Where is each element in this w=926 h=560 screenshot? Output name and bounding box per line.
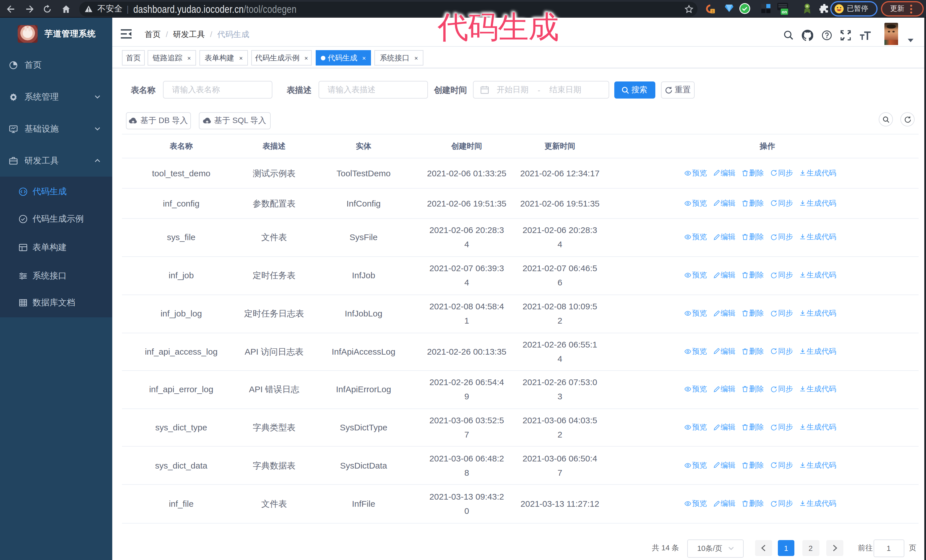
svg-text:1: 1 <box>711 9 713 14</box>
svg-text:on: on <box>782 9 787 14</box>
